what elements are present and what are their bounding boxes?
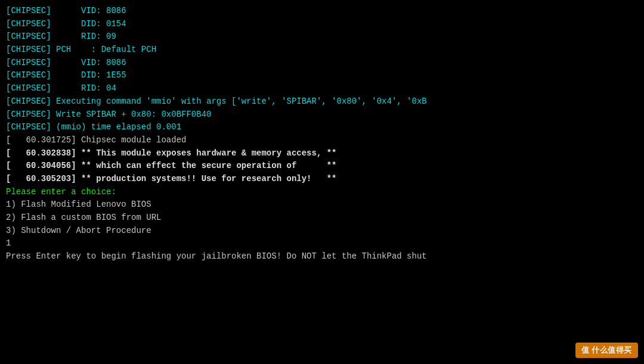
line-warn2: [ 60.304056] ** which can effect the sec… bbox=[6, 160, 638, 173]
line-vid2: [CHIPSEC] VID: 8086 bbox=[6, 57, 638, 70]
line-exec: [CHIPSEC] Executing command 'mmio' with … bbox=[6, 95, 638, 108]
line-warn1: [ 60.302838] ** This module exposes hard… bbox=[6, 147, 638, 160]
terminal-window: [CHIPSEC] VID: 8086[CHIPSEC] DID: 0154[C… bbox=[0, 0, 644, 364]
line-opt3: 3) Shutdown / Abort Procedure bbox=[6, 225, 638, 238]
line-choice: Please enter a choice: bbox=[6, 186, 638, 199]
line-mod: [ 60.301725] Chipsec module loaded bbox=[6, 134, 638, 147]
line-opt1: 1) Flash Modified Lenovo BIOS bbox=[6, 198, 638, 211]
line-warn3: [ 60.305203] ** production systems!! Use… bbox=[6, 173, 638, 186]
line-rid2: [CHIPSEC] RID: 04 bbox=[6, 82, 638, 95]
line-did2: [CHIPSEC] DID: 1E55 bbox=[6, 69, 638, 82]
line-did1: [CHIPSEC] DID: 0154 bbox=[6, 18, 638, 31]
line-pch: [CHIPSEC] PCH : Default PCH bbox=[6, 43, 638, 57]
watermark-badge: 值 什么值得买 bbox=[575, 343, 638, 358]
line-rid1: [CHIPSEC] RID: 09 bbox=[6, 30, 638, 43]
line-write: [CHIPSEC] Write SPIBAR + 0x80: 0x0BFF0B4… bbox=[6, 108, 638, 122]
line-input: 1 bbox=[6, 237, 638, 250]
line-vid1: [CHIPSEC] VID: 8086 bbox=[6, 5, 638, 18]
line-time: [CHIPSEC] (mmio) time elapsed 0.001 bbox=[6, 121, 638, 134]
terminal-content: [CHIPSEC] VID: 8086[CHIPSEC] DID: 0154[C… bbox=[0, 0, 644, 364]
line-opt2: 2) Flash a custom BIOS from URL bbox=[6, 211, 638, 225]
line-press: Press Enter key to begin flashing your j… bbox=[6, 250, 638, 263]
